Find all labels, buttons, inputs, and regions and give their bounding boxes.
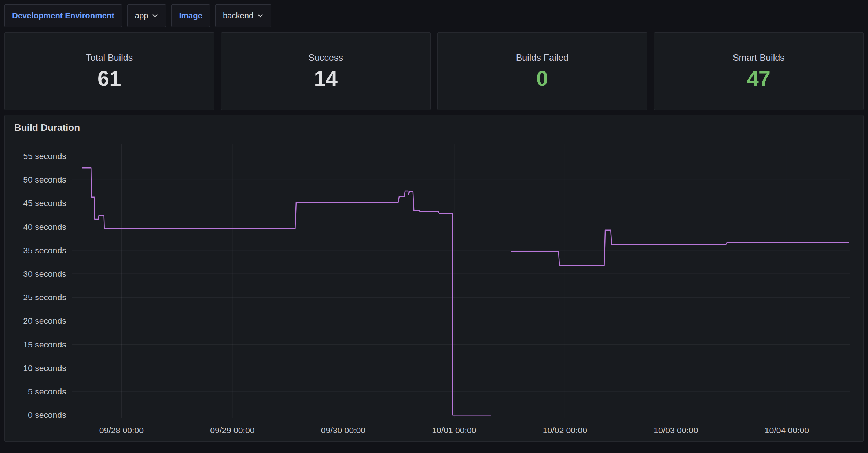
stat-panel-success: Success 14 [221, 32, 431, 110]
stat-value: 61 [98, 67, 121, 90]
stat-title: Total Builds [86, 52, 133, 63]
stat-value: 47 [747, 67, 770, 90]
stat-title: Smart Builds [733, 52, 785, 63]
svg-text:10/04 00:00: 10/04 00:00 [765, 426, 809, 435]
stat-panel-smart-builds: Smart Builds 47 [654, 32, 864, 110]
image-dropdown[interactable]: backend [215, 4, 271, 27]
svg-text:15 seconds: 15 seconds [23, 340, 66, 349]
stat-title: Success [309, 52, 343, 63]
svg-text:30 seconds: 30 seconds [23, 269, 66, 279]
svg-text:35 seconds: 35 seconds [23, 246, 66, 255]
chevron-down-icon [257, 12, 264, 19]
svg-text:10/02 00:00: 10/02 00:00 [543, 426, 587, 435]
datasource-picker[interactable]: Development Environment [4, 4, 122, 27]
build-duration-chart[interactable]: 0 seconds5 seconds10 seconds15 seconds20… [10, 136, 860, 439]
build-duration-panel: Build Duration 0 seconds5 seconds10 seco… [4, 115, 864, 442]
svg-text:09/29 00:00: 09/29 00:00 [210, 426, 254, 435]
svg-text:09/28 00:00: 09/28 00:00 [99, 426, 144, 435]
datasource-label: Development Environment [12, 11, 114, 21]
stat-panel-total-builds: Total Builds 61 [4, 32, 214, 110]
svg-text:20 seconds: 20 seconds [23, 316, 66, 325]
svg-text:10/03 00:00: 10/03 00:00 [654, 426, 698, 435]
svg-text:5 seconds: 5 seconds [28, 387, 66, 396]
svg-text:45 seconds: 45 seconds [23, 198, 66, 208]
svg-text:55 seconds: 55 seconds [23, 151, 66, 161]
image-label: Image [179, 11, 202, 21]
svg-text:25 seconds: 25 seconds [23, 292, 66, 302]
svg-text:10/01 00:00: 10/01 00:00 [432, 426, 476, 435]
filter-bar: Development Environment app Image backen… [4, 4, 864, 27]
svg-text:50 seconds: 50 seconds [23, 175, 66, 184]
svg-text:40 seconds: 40 seconds [23, 222, 66, 232]
app-dropdown-value: app [135, 11, 148, 21]
image-dropdown-value: backend [223, 11, 253, 21]
panel-title[interactable]: Build Duration [10, 121, 860, 136]
stat-value: 14 [314, 67, 338, 90]
stat-value: 0 [536, 67, 548, 90]
stat-panel-builds-failed: Builds Failed 0 [437, 32, 647, 110]
svg-text:09/30 00:00: 09/30 00:00 [321, 426, 365, 435]
chevron-down-icon [152, 12, 158, 19]
app-dropdown[interactable]: app [127, 4, 166, 27]
stat-panels-row: Total Builds 61 Success 14 Builds Failed… [4, 32, 864, 110]
svg-text:10 seconds: 10 seconds [23, 363, 66, 373]
svg-text:0 seconds: 0 seconds [28, 410, 66, 420]
image-filter-label[interactable]: Image [171, 4, 210, 27]
stat-title: Builds Failed [516, 52, 569, 63]
